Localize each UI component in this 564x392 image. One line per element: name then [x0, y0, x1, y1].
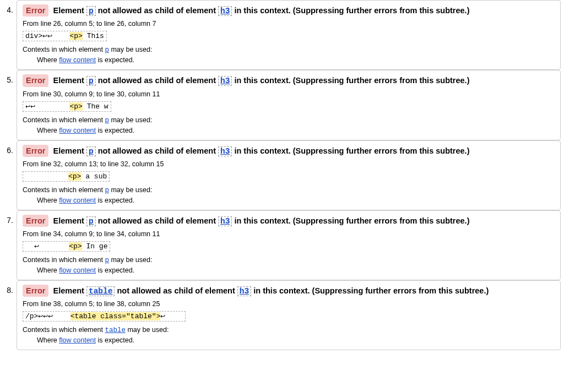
message-line: Error Element p not allowed as child of … [23, 145, 555, 157]
element-link[interactable]: h3 [218, 6, 232, 16]
item-number: 6. [0, 140, 13, 155]
highlight: <p> [68, 172, 81, 181]
message-box: Error Element p not allowed as child of … [17, 70, 561, 140]
item-number: 7. [0, 210, 13, 225]
flow-content-link[interactable]: flow content [59, 127, 96, 134]
code-extract: ↩ <p> In ge [23, 241, 110, 252]
flow-content-link[interactable]: flow content [59, 336, 96, 344]
context-item: Where flow content is expected. [37, 336, 555, 344]
element-link[interactable]: h3 [218, 216, 232, 226]
flow-content-link[interactable]: flow content [59, 197, 96, 204]
element-link[interactable]: h3 [218, 76, 232, 86]
message-box: Error Element table not allowed as child… [17, 280, 561, 350]
highlight: <p> [69, 242, 82, 251]
item-number: 5. [0, 70, 13, 84]
context-element-link[interactable]: table [105, 326, 126, 334]
element-link[interactable]: p [86, 146, 96, 156]
error-badge: Error [23, 215, 48, 227]
contexts-block: Contexts in which element p may be used:… [23, 186, 555, 204]
item-number: 4. [0, 0, 13, 14]
context-item: Where flow content is expected. [37, 56, 555, 64]
error-item: 7.Error Element p not allowed as child o… [0, 210, 564, 280]
contexts-block: Contexts in which element table may be u… [23, 326, 555, 344]
element-link[interactable]: p [86, 216, 96, 226]
code-extract: ↩↩ <p> The w [23, 101, 111, 112]
message-line: Error Element p not allowed as child of … [23, 74, 555, 86]
error-badge: Error [23, 145, 48, 157]
error-badge: Error [23, 4, 48, 17]
code-extract: div>↩↩ <p> This [23, 31, 107, 41]
error-item: 6.Error Element p not allowed as child o… [0, 140, 564, 210]
element-link[interactable]: table [86, 286, 115, 296]
message-line: Error Element p not allowed as child of … [23, 215, 555, 227]
contexts-block: Contexts in which element p may be used:… [23, 116, 555, 134]
flow-content-link[interactable]: flow content [59, 266, 96, 274]
message-line: Error Element table not allowed as child… [23, 285, 555, 297]
highlight: <table class="table"> [70, 312, 161, 320]
context-item: Where flow content is expected. [37, 197, 555, 204]
context-element-link[interactable]: p [105, 46, 109, 54]
message-box: Error Element p not allowed as child of … [17, 210, 561, 280]
location-line: From line 34, column 9; to line 34, colu… [23, 230, 555, 238]
context-item: Where flow content is expected. [37, 266, 555, 274]
highlight: <p> [69, 32, 82, 40]
flow-content-link[interactable]: flow content [59, 56, 96, 64]
error-item: 8.Error Element table not allowed as chi… [0, 280, 564, 350]
location-line: From line 30, column 9; to line 30, colu… [23, 90, 555, 98]
code-extract: /p>↩↩↩ <table class="table">↩ [23, 311, 186, 322]
message-box: Error Element p not allowed as child of … [17, 0, 561, 70]
context-item: Where flow content is expected. [37, 127, 555, 134]
element-link[interactable]: p [86, 6, 96, 16]
error-item: 5.Error Element p not allowed as child o… [0, 70, 564, 140]
message-line: Error Element p not allowed as child of … [23, 4, 555, 17]
element-link[interactable]: h3 [237, 286, 251, 296]
error-badge: Error [23, 74, 48, 86]
error-item: 4.Error Element p not allowed as child o… [0, 0, 564, 70]
highlight: <p> [69, 102, 82, 111]
element-link[interactable]: p [86, 76, 96, 86]
location-line: From line 32, column 13; to line 32, col… [23, 160, 555, 168]
location-line: From line 38, column 5; to line 38, colu… [23, 300, 555, 308]
contexts-block: Contexts in which element p may be used:… [23, 256, 555, 274]
error-badge: Error [23, 285, 48, 297]
message-box: Error Element p not allowed as child of … [17, 140, 561, 210]
location-line: From line 26, column 5; to line 26, colu… [23, 20, 555, 28]
context-element-link[interactable]: p [105, 257, 109, 264]
context-element-link[interactable]: p [105, 117, 109, 124]
contexts-block: Contexts in which element p may be used:… [23, 46, 555, 64]
element-link[interactable]: h3 [218, 146, 232, 156]
context-element-link[interactable]: p [105, 187, 109, 194]
item-number: 8. [0, 280, 13, 295]
code-extract: <p> a sub [23, 171, 110, 182]
